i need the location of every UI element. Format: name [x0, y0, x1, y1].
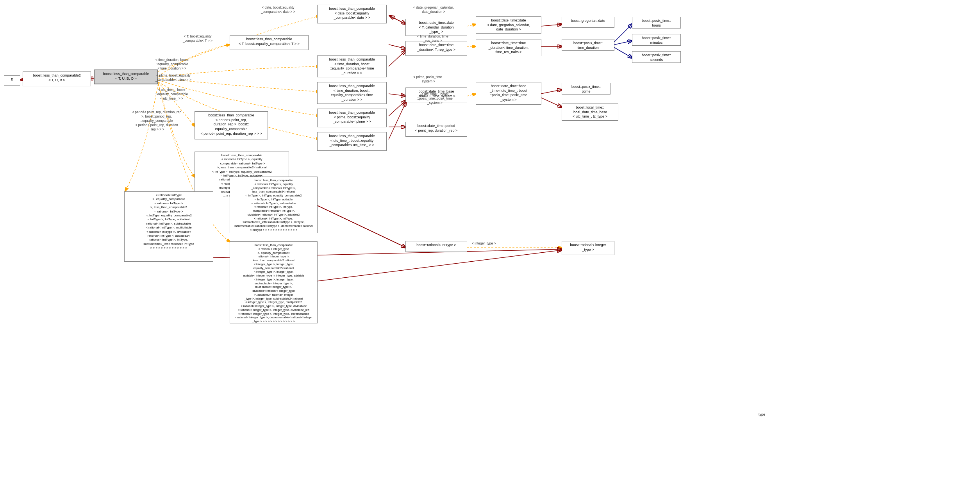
svg-line-20: [541, 89, 562, 94]
node-rational-inttype-left: < rational< IntType >, equality_comparab…: [124, 191, 213, 262]
svg-line-15: [389, 16, 406, 24]
svg-line-10: [613, 41, 633, 45]
node-ltc-period: boost::less_than_comparable< period< poi…: [195, 111, 268, 139]
node-posix-minutes: boost::posix_time::minutes: [632, 34, 681, 46]
svg-line-28: [316, 250, 562, 281]
node-basetime-utc: boost::date_time::base_time< utc_time_, …: [476, 82, 541, 105]
node-posix-seconds: boost::posix_time::seconds: [632, 51, 681, 63]
node-posix-hours: boost::posix_time::hours: [632, 17, 681, 29]
node-ltc-utctime: boost::less_than_comparable< utc_time_, …: [317, 132, 387, 151]
svg-line-22: [389, 100, 406, 116]
label-timedur-eq: < time_duration, boost::equality_compara…: [155, 58, 188, 71]
type-label: type: [759, 412, 765, 416]
label-utctime-eq: < utc_time_, boost::equality_comparable<…: [155, 88, 188, 101]
node-posix-timedur: boost::posix_time::time_duration: [562, 39, 614, 51]
node-rational-integertype: boost::rational< integer_type >: [562, 241, 614, 255]
label-ptime-system: < ptime, posix_time_system >: [413, 75, 442, 84]
svg-line-25: [316, 205, 406, 248]
node-gregorian-date: boost::gregorian::date: [562, 17, 614, 28]
node-timedur-restraits: boost::date_time::time_duration< time_du…: [476, 39, 541, 56]
node-ltc-rational3: boost::less_than_comparable< rational< i…: [230, 241, 318, 323]
node-date-time-timedur: boost::date_time::time_duration< T, rep_…: [405, 41, 467, 56]
node-B: B: [4, 75, 20, 86]
label-utctime-system: < utc_time_, boost::posix_time::posix_ti…: [417, 92, 453, 105]
label-date-eq: < date, boost::equality_comparable< date…: [261, 5, 295, 14]
svg-line-11: [613, 47, 633, 58]
node-ltc-timedur2: boost::less_than_comparable< time_durati…: [317, 82, 387, 104]
svg-line-23: [389, 102, 406, 139]
label-ptime-eq: < ptime, boost::equality_comparable< pti…: [155, 73, 191, 82]
svg-line-19: [467, 94, 477, 96]
node-rational-inttype: boost::rational< IntType >: [405, 241, 467, 252]
svg-line-26: [316, 205, 406, 248]
svg-line-13: [467, 24, 477, 26]
node-date-time-period: boost::date_time::period< point_rep, dur…: [405, 122, 467, 137]
svg-line-17: [389, 50, 406, 66]
diagram-container: B boost::less_than_comparable2< T, U, B …: [0, 0, 980, 498]
node-ltc-T: boost::less_than_comparable< T, boost::e…: [230, 35, 309, 50]
node-date-greg-cal: boost::date_time::date< date, gregorian_…: [476, 16, 541, 34]
node-date-time-date: boost::date_time::date< T, calendar_dura…: [405, 19, 467, 36]
node-ltc-date: boost::less_than_comparable< date, boost…: [317, 5, 387, 23]
svg-line-21: [541, 98, 562, 107]
node-ltc-ptime: boost::less_than_comparable< ptime, boos…: [317, 109, 387, 127]
svg-line-16: [389, 45, 406, 49]
svg-line-18: [389, 94, 406, 96]
label-integer-type: < integer_type >: [472, 241, 496, 246]
svg-line-9: [613, 23, 633, 43]
node-ltc-rational2: boost::less_than_comparable< rational< I…: [230, 177, 318, 233]
label-period: < period< point_rep, duration_rep>, boos…: [132, 110, 181, 132]
node-ltc-timedur: boost::less_than_comparable< time_durati…: [317, 55, 387, 77]
node-local-time-base: boost::local_time::local_date_time_base<…: [562, 104, 618, 121]
node-less-than-comparable-tubo: boost::less_than_comparable< T, U, B, O …: [94, 70, 158, 84]
label-T-eq: < T, boost::equality_comparable< T > >: [183, 34, 212, 43]
svg-line-12: [389, 16, 406, 24]
label-date-greg: < date, gregorian_calendar,date_duration…: [413, 5, 454, 14]
svg-line-7: [541, 24, 562, 26]
node-posix-ptime: boost::posix_time::ptime: [562, 83, 610, 95]
label-timedur-traits: < time_duration, time_res_traits >: [417, 34, 448, 43]
node-less-than-comparable2: boost::less_than_comparable2< T, U, B >: [23, 71, 91, 86]
